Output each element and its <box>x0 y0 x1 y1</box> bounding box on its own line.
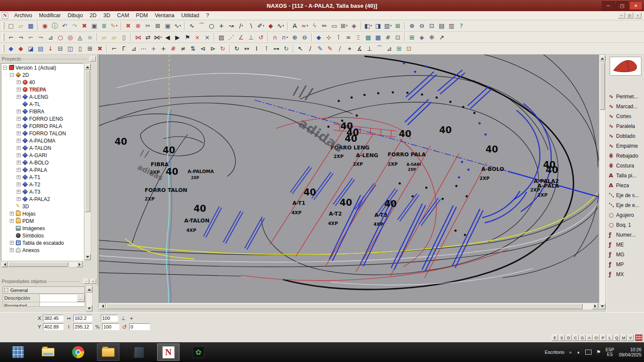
taskbar-notebook-button[interactable] <box>127 344 149 361</box>
plus-purple-icon[interactable]: + <box>149 44 158 53</box>
palette-icon[interactable]: ◈ <box>417 33 427 42</box>
tree-expander[interactable]: + <box>17 161 21 164</box>
tool-boq-1[interactable]: ○Boq. 1 <box>608 220 643 230</box>
view-rows-icon[interactable]: ▥▾ <box>383 21 393 30</box>
erase-region-icon[interactable]: ⊗ <box>133 21 143 30</box>
tri-left2-icon[interactable]: ⊲ <box>198 44 208 53</box>
tree-expander[interactable]: + <box>17 153 21 157</box>
diamond-blue-icon[interactable]: ◆ <box>314 33 324 42</box>
match-icon[interactable]: ≍ <box>343 33 353 42</box>
taskbar-folder-button[interactable] <box>97 344 119 361</box>
gem-icon[interactable]: ◈ <box>349 21 359 30</box>
grid-blue-icon[interactable]: ▦ <box>373 33 383 42</box>
toolbar-grip[interactable] <box>2 22 4 30</box>
tool-pieza[interactable]: APieza <box>608 180 643 190</box>
corner-ne-icon[interactable]: ⌐ <box>6 33 16 42</box>
tree-item-a-tl[interactable]: +A-TL <box>1 100 83 108</box>
copy-icon[interactable]: ▣ <box>89 21 99 30</box>
tree-expander[interactable]: + <box>17 95 21 99</box>
minimize-button[interactable]: ─ <box>602 1 615 10</box>
width-field[interactable] <box>73 315 92 322</box>
tree-expander[interactable]: + <box>17 88 21 91</box>
menu-3d[interactable]: 3D <box>100 12 114 19</box>
quick-key-m[interactable]: M <box>620 335 627 341</box>
mirror2-icon[interactable]: ⋈▾ <box>153 33 163 42</box>
corner-a-icon[interactable]: ⌐ <box>109 44 119 53</box>
zoom2-in-icon[interactable]: ⊕ <box>290 33 300 42</box>
tree-item-anexos[interactable]: +Anexos <box>1 246 83 254</box>
tri-up-icon[interactable]: ◬ <box>75 33 85 42</box>
corner-nw-icon[interactable]: ¬ <box>16 33 26 42</box>
menu-pdm[interactable]: PDM <box>133 12 152 19</box>
tree-expander[interactable]: + <box>10 212 14 216</box>
erase-icon[interactable]: ✖ <box>123 21 133 30</box>
mdi-restore-button[interactable]: ◳ <box>626 12 633 18</box>
dropdown-arrow-icon[interactable]: ▾ <box>346 24 348 27</box>
tree-item-hojas[interactable]: +Hojas <box>1 210 83 217</box>
panel-close-icon[interactable]: × <box>90 279 96 284</box>
quick-key-q[interactable]: Q <box>614 335 620 341</box>
taskbar-calculator-button[interactable] <box>7 344 29 361</box>
cols-icon[interactable]: ◫ <box>65 44 75 53</box>
dropdown-arrow-icon[interactable]: ▾ <box>179 24 181 27</box>
description-field[interactable] <box>40 295 77 302</box>
canvas-horizontal-scrollbar[interactable] <box>99 303 599 310</box>
tree-expander[interactable]: + <box>10 241 14 245</box>
desktop-toolbar-label[interactable]: Escritorio <box>545 350 565 355</box>
mirror-icon[interactable]: ⋈ <box>133 33 143 42</box>
dropdown-arrow-icon[interactable]: ▾ <box>160 36 162 39</box>
tree-expander[interactable]: − <box>10 73 14 77</box>
swap-icon[interactable]: ⇄ <box>143 33 153 42</box>
perp-icon[interactable]: ⊥ <box>246 33 256 42</box>
tool-mx[interactable]: ƒMX <box>608 269 643 279</box>
scroll-left-button[interactable] <box>2 262 8 267</box>
taskbar-explorer-button[interactable] <box>37 344 59 361</box>
quick-key-p[interactable]: P <box>600 335 606 341</box>
tree-expander[interactable]: − <box>3 66 7 70</box>
tree-item-versi-n-1-actual-[interactable]: −Versión 1 (Actual) <box>1 64 83 71</box>
cut-icon[interactable]: ✂ <box>143 21 153 30</box>
properties-vertical-scrollbar[interactable] <box>86 286 93 312</box>
tree-item-im-genes[interactable]: +Imágenes <box>1 225 83 232</box>
scroll-up-button[interactable] <box>599 55 605 61</box>
quick-key-g[interactable]: G <box>579 335 586 341</box>
panel-dock-icon[interactable]: ▫ <box>83 279 89 284</box>
tree-expander[interactable]: + <box>17 131 21 135</box>
corner-red-icon[interactable]: ⌐ <box>26 33 36 42</box>
angle-icon[interactable]: ∠ <box>236 33 246 42</box>
arrow-down-icon[interactable]: ↓ <box>46 44 55 53</box>
rotate-ccw-icon[interactable]: ↺ <box>256 33 266 42</box>
dropdown-arrow-icon[interactable]: ▾ <box>116 24 118 27</box>
refresh-icon[interactable]: ↻ <box>281 44 291 53</box>
dots-icon[interactable]: ⋯ <box>139 44 149 53</box>
redo-icon[interactable]: ↷ <box>70 21 79 30</box>
tray-monitor-icon[interactable] <box>585 350 592 355</box>
tree-item-a-t1[interactable]: +A-T1 <box>1 173 83 181</box>
restore-button[interactable]: ◳ <box>616 1 629 10</box>
grid-teal-icon[interactable]: ▦ <box>363 33 373 42</box>
arc-icon[interactable]: ⌒ <box>197 21 207 30</box>
tree-expander[interactable]: + <box>17 183 21 186</box>
quick-key-s[interactable]: S <box>559 335 565 341</box>
star-icon[interactable]: ✻ <box>427 33 437 42</box>
tool-perimet-[interactable]: ∿Perimet... <box>608 91 643 101</box>
tree-expander[interactable]: + <box>17 110 21 113</box>
grid-big-icon[interactable]: ▤ <box>36 44 46 53</box>
edit-icon[interactable]: ✎▾ <box>109 21 119 30</box>
pencil-icon[interactable]: ✏ <box>319 21 329 30</box>
arc-arrow-icon[interactable]: ↻ <box>232 44 242 53</box>
dropdown-arrow-icon[interactable]: ▾ <box>390 24 392 27</box>
wave-red-icon[interactable]: ≈▾ <box>300 21 310 30</box>
link-icon[interactable]: ⊶ <box>271 44 281 53</box>
grid-teal2-icon[interactable]: ⊞ <box>394 44 404 53</box>
dropdown-arrow-icon[interactable]: ▾ <box>242 24 243 27</box>
tree-expander[interactable]: + <box>10 248 14 252</box>
tree-expander[interactable]: + <box>17 124 21 128</box>
naxos-document-icon[interactable]: N <box>2 12 8 19</box>
quick-key-a[interactable]: A <box>586 335 592 341</box>
copy-sheet2-icon[interactable]: ▱ <box>109 33 119 42</box>
tree-item-2d[interactable]: −2D <box>1 71 83 79</box>
tree-horizontal-scrollbar[interactable] <box>1 261 83 268</box>
quick-key-e[interactable]: E <box>552 335 558 341</box>
box-select-icon[interactable]: ▣ <box>163 21 173 30</box>
